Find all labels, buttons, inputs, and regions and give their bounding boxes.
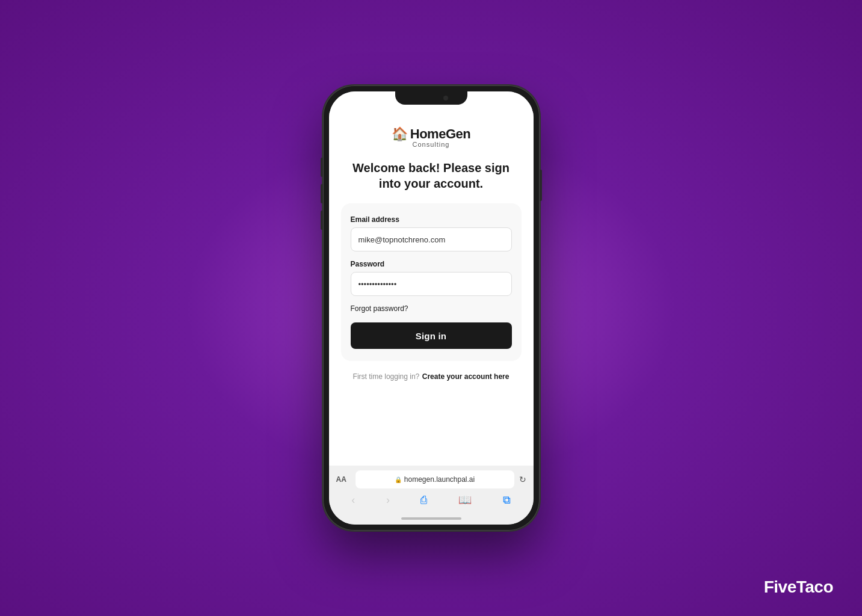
url-field[interactable]: 🔒 homegen.launchpal.ai (356, 470, 514, 488)
tabs-button[interactable]: ⧉ (503, 494, 511, 507)
url-bar-row: AA 🔒 homegen.launchpal.ai ↻ (336, 470, 526, 488)
reload-button[interactable]: ↻ (519, 475, 526, 484)
password-label: Password (351, 260, 512, 268)
camera-dot (443, 96, 448, 100)
aa-button[interactable]: AA (336, 475, 351, 484)
notch (395, 91, 467, 105)
first-time-text: First time logging in? (353, 372, 420, 381)
logo-name: HomeGen (410, 126, 470, 142)
logo-section: 🏠 HomeGen Consulting (392, 126, 470, 148)
screen-content: 🏠 HomeGen Consulting Welcome back! Pleas… (329, 112, 534, 466)
share-button[interactable]: ⎙ (420, 494, 427, 507)
login-form-card: Email address Password Forgot password? … (341, 203, 522, 361)
password-input[interactable] (351, 272, 512, 296)
phone-mockup: 🏠 HomeGen Consulting Welcome back! Pleas… (323, 85, 540, 531)
logo-sub: Consulting (413, 141, 450, 148)
email-input[interactable] (351, 227, 512, 251)
forward-button[interactable]: › (386, 494, 390, 507)
bookmarks-button[interactable]: 📖 (458, 493, 472, 507)
back-button[interactable]: ‹ (351, 494, 355, 507)
browser-bar: AA 🔒 homegen.launchpal.ai ↻ ‹ › ⎙ 📖 ⧉ (329, 466, 534, 513)
logo-row: 🏠 HomeGen (392, 126, 470, 142)
house-icon: 🏠 (392, 126, 408, 142)
create-account-link[interactable]: Create your account here (422, 372, 510, 381)
browser-nav-row: ‹ › ⎙ 📖 ⧉ (336, 492, 526, 508)
email-label: Email address (351, 215, 512, 224)
fivetaco-brand: FiveTaco (764, 578, 833, 597)
url-text: homegen.launchpal.ai (404, 475, 475, 484)
lock-icon: 🔒 (395, 476, 402, 483)
bottom-safe-area (329, 513, 534, 525)
welcome-title: Welcome back! Please sign into your acco… (341, 160, 522, 191)
sign-in-button[interactable]: Sign in (351, 322, 512, 349)
forgot-password-link[interactable]: Forgot password? (351, 304, 512, 313)
create-account-section: First time logging in? Create your accou… (353, 371, 510, 381)
phone-screen: 🏠 HomeGen Consulting Welcome back! Pleas… (329, 91, 534, 525)
notch-bar (329, 91, 534, 112)
home-indicator (401, 517, 461, 520)
